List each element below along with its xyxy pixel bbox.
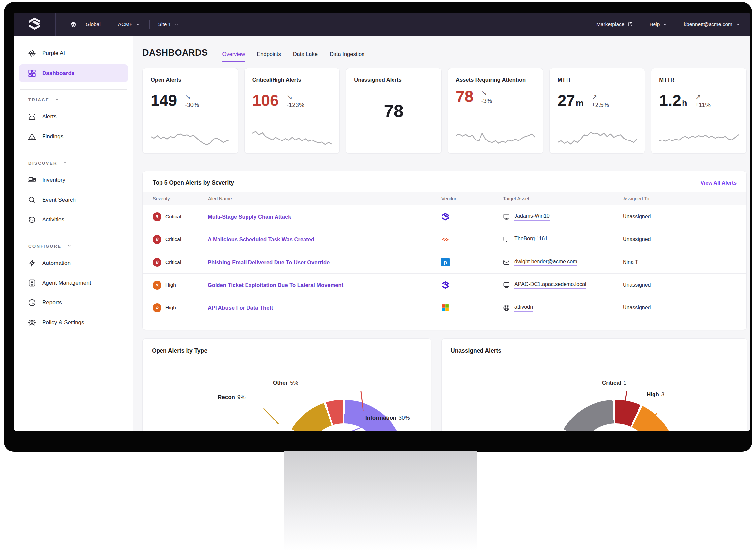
- kpi-delta-value: -30%: [185, 101, 199, 108]
- kpi-delta: ↗ +11%: [695, 93, 711, 108]
- kpi-delta: ↘ -3%: [481, 89, 492, 104]
- search-icon: [28, 196, 36, 204]
- view-all-alerts-link[interactable]: View All Alerts: [700, 180, 737, 186]
- kpi-title: Open Alerts: [151, 76, 230, 83]
- target-asset-link[interactable]: dwight.bender@acme.com: [514, 259, 578, 266]
- severity-high-icon: [152, 281, 162, 289]
- alert-name-link[interactable]: Multi-Stage Supply Chain Attack: [208, 214, 441, 220]
- tab-overview[interactable]: Overview: [223, 51, 245, 58]
- sidebar-item-policy-settings[interactable]: Policy & Settings: [19, 314, 128, 332]
- nav-scope-group: Global ACME Site 1: [69, 20, 179, 29]
- severity-critical-icon: [152, 235, 162, 244]
- target-asset-link[interactable]: TheBorg-1161: [514, 236, 548, 243]
- alert-name-link[interactable]: Phishing Email Delivered Due To User Ove…: [208, 259, 441, 265]
- chevron-down-icon: [735, 22, 740, 27]
- sidebar-section-configure[interactable]: CONFIGURE: [14, 243, 133, 249]
- kpi-delta-value: -3%: [481, 97, 492, 104]
- globe-icon: [503, 304, 510, 312]
- page: Global ACME Site 1: [0, 0, 756, 560]
- trend-down-arrow-icon: ↘: [287, 93, 293, 100]
- tab-data-lake[interactable]: Data Lake: [293, 51, 318, 58]
- chevron-down-icon: [663, 22, 668, 27]
- sparkline-chart: [558, 129, 637, 147]
- sidebar: Purple AI Dashboards TRIAGE: [14, 36, 133, 431]
- site-selector[interactable]: Site 1: [158, 21, 179, 27]
- sidebar-item-dashboards[interactable]: Dashboards: [19, 64, 128, 82]
- table-row[interactable]: Critical Multi-Stage Supply Chain Attack: [143, 205, 747, 228]
- kpi-value: 106: [252, 93, 279, 108]
- trend-up-arrow-icon: ↗: [695, 93, 701, 100]
- main-content: DASHBOARDS Overview Endpoints Data Lake …: [133, 36, 750, 431]
- sidebar-item-event-search[interactable]: Event Search: [19, 191, 128, 209]
- kpi-row: Open Alerts 149 ↘ -30% Criti: [142, 68, 747, 154]
- sidebar-item-findings[interactable]: Findings: [19, 128, 128, 145]
- sidebar-item-agent-management[interactable]: Agent Management: [19, 274, 128, 292]
- kpi-card-unassigned-alerts[interactable]: Unassigned Alerts 78: [346, 68, 442, 154]
- sparkline-chart: [659, 129, 738, 147]
- brand-logo[interactable]: [14, 13, 56, 36]
- account-selector[interactable]: ACME: [118, 21, 141, 27]
- target-asset-link[interactable]: attivodn: [514, 304, 533, 312]
- sidebar-item-label: Alerts: [42, 114, 56, 120]
- kpi-value: 27: [558, 93, 575, 108]
- monitor-icon: [503, 281, 510, 289]
- user-menu[interactable]: kbennett@acme.com: [684, 21, 740, 27]
- sidebar-item-purple-ai[interactable]: Purple AI: [19, 44, 128, 62]
- chevron-down-icon: [136, 22, 141, 27]
- nav-divider: [109, 20, 109, 29]
- sidebar-item-label: Reports: [42, 299, 62, 306]
- sidebar-item-label: Inventory: [42, 177, 65, 183]
- table-title: Top 5 Open Alerts by Severity: [152, 179, 234, 186]
- callout-critical: Critical1: [602, 380, 627, 386]
- sidebar-item-label: Event Search: [42, 197, 76, 203]
- column-header-target-asset: Target Asset: [503, 192, 623, 205]
- kpi-title: Assets Requiring Attention: [456, 76, 535, 83]
- table-row[interactable]: Critical A Malicious Scheduled Task Was …: [143, 228, 747, 251]
- kpi-card-open-alerts[interactable]: Open Alerts 149 ↘ -30%: [142, 68, 238, 154]
- trend-up-arrow-icon: ↗: [591, 93, 597, 100]
- sidebar-item-label: Activities: [42, 216, 64, 223]
- sidebar-item-inventory[interactable]: Inventory: [19, 171, 128, 189]
- lightning-bolt-icon: [28, 259, 36, 267]
- alert-name-link[interactable]: API Abuse For Data Theft: [208, 305, 441, 311]
- app-screen: Global ACME Site 1: [14, 13, 750, 431]
- marketplace-link[interactable]: Marketplace: [596, 21, 633, 27]
- warning-triangle-icon: [28, 132, 36, 141]
- severity-high-icon: [152, 303, 162, 312]
- kpi-delta: ↘ -123%: [287, 93, 304, 108]
- alert-name-link[interactable]: A Malicious Scheduled Task Was Created: [208, 237, 441, 243]
- alert-name-link[interactable]: Golden Ticket Exploitation Due To Latera…: [208, 282, 441, 288]
- help-menu[interactable]: Help: [649, 21, 668, 27]
- tab-data-ingestion[interactable]: Data Ingestion: [330, 51, 364, 58]
- nav-global-label[interactable]: Global: [86, 21, 101, 27]
- table-row[interactable]: Critical Phishing Email Delivered Due To…: [143, 251, 747, 274]
- account-name: ACME: [118, 21, 133, 27]
- kpi-card-mttr[interactable]: MTTR 1.2 h ↗ +11%: [651, 68, 747, 154]
- vendor-logo-proofpoint: p: [441, 258, 503, 266]
- table-row[interactable]: High API Abuse For Data Theft: [143, 297, 747, 319]
- tab-endpoints[interactable]: Endpoints: [257, 51, 281, 58]
- kpi-card-assets-requiring-attention[interactable]: Assets Requiring Attention 78 ↘ -3%: [447, 68, 543, 154]
- sparkline-chart: [456, 129, 535, 147]
- target-asset-link[interactable]: APAC-DC1.apac.sedemo.local: [514, 281, 586, 289]
- sidebar-item-label: Purple AI: [42, 50, 65, 57]
- kpi-title: MTTI: [558, 76, 637, 83]
- kpi-card-mtti[interactable]: MTTI 27 m ↗ +2.5%: [549, 68, 645, 154]
- site-name: Site 1: [158, 21, 171, 27]
- kpi-card-critical-high-alerts[interactable]: Critical/High Alerts 106 ↘ -123%: [244, 68, 340, 154]
- sidebar-item-label: Dashboards: [42, 70, 75, 77]
- sidebar-item-reports[interactable]: Reports: [19, 294, 128, 312]
- sidebar-section-triage[interactable]: TRIAGE: [14, 97, 133, 103]
- kpi-unit: h: [682, 98, 688, 108]
- target-asset-link[interactable]: Jadams-Win10: [514, 213, 550, 221]
- sidebar-item-alerts[interactable]: Alerts: [19, 108, 128, 126]
- pie-chart-icon: [28, 298, 36, 307]
- chevron-down-icon: [174, 22, 179, 27]
- sidebar-section-discover[interactable]: DISCOVER: [14, 160, 133, 166]
- sidebar-item-automation[interactable]: Automation: [19, 254, 128, 272]
- vendor-logo-microsoft: [441, 304, 503, 312]
- table-row[interactable]: High Golden Ticket Exploitation Due To L…: [143, 274, 747, 297]
- severity-label: Critical: [165, 259, 181, 265]
- sparkline-chart: [151, 129, 230, 147]
- sidebar-item-activities[interactable]: Activities: [19, 211, 128, 228]
